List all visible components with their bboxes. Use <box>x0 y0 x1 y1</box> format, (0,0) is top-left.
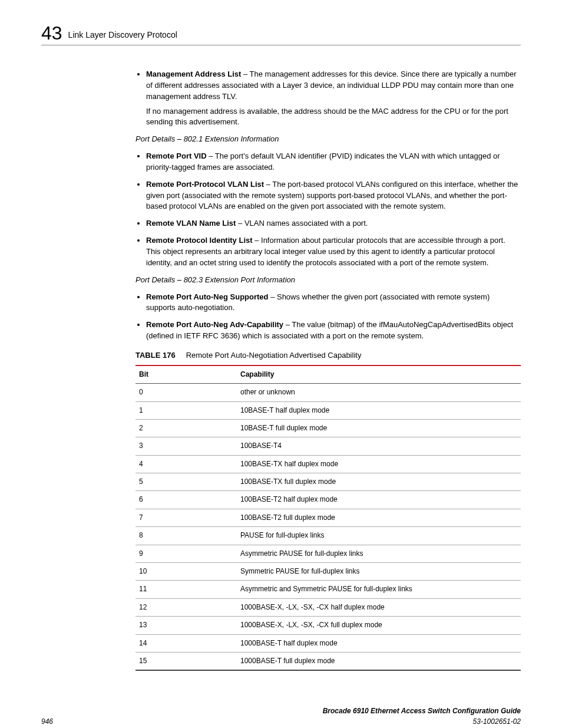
table-row: 11Asymmetric and Symmetric PAUSE for ful… <box>135 581 521 598</box>
label: Remote Port Auto-Neg Supported <box>146 292 269 301</box>
cell-capability: 1000BASE-T half duplex mode <box>237 634 521 652</box>
chapter-title: Link Layer Discovery Protocol <box>68 29 177 42</box>
table-row: 210BASE-T full duplex mode <box>135 419 521 437</box>
chapter-number: 43 <box>41 24 62 42</box>
cell-capability: PAUSE for full-duplex links <box>237 527 521 545</box>
cell-bit: 1 <box>135 401 237 419</box>
cell-capability: 100BASE-T2 full duplex mode <box>237 509 521 526</box>
doc-title: Brocade 6910 Ethernet Access Switch Conf… <box>323 706 521 716</box>
label: Remote Protocol Identity List <box>146 236 253 245</box>
table-row: 7100BASE-T2 full duplex mode <box>135 509 521 526</box>
label: Remote Port Auto-Neg Adv-Capability <box>146 320 283 329</box>
table-caption-text: Remote Port Auto-Negotiation Advertised … <box>186 351 362 360</box>
cell-bit: 4 <box>135 455 237 473</box>
label: Remote Port VID <box>146 151 207 160</box>
cell-bit: 13 <box>135 617 237 634</box>
cell-bit: 3 <box>135 437 237 455</box>
table-row: 110BASE-T half duplex mode <box>135 401 521 419</box>
cell-capability: Symmetric PAUSE for full-duplex links <box>237 563 521 581</box>
heading-8021: Port Details – 802.1 Extension Informati… <box>135 134 521 145</box>
cell-bit: 7 <box>135 509 237 526</box>
cell-bit: 12 <box>135 598 237 616</box>
table-row: 6100BASE-T2 half duplex mode <box>135 491 521 509</box>
cell-capability: 100BASE-T2 half duplex mode <box>237 491 521 509</box>
cell-bit: 10 <box>135 563 237 581</box>
table-row: 3100BASE-T4 <box>135 437 521 455</box>
item-remote-protocol-identity-list: Remote Protocol Identity List – Informat… <box>146 235 521 269</box>
table-row: 151000BASE-T full duplex mode <box>135 652 521 670</box>
item-remote-port-autoneg-adv-capability: Remote Port Auto-Neg Adv-Capability – Th… <box>146 319 521 342</box>
table-row: 141000BASE-T half duplex mode <box>135 634 521 652</box>
cell-bit: 0 <box>135 384 237 401</box>
item-remote-port-autoneg-supported: Remote Port Auto-Neg Supported – Shows w… <box>146 292 521 314</box>
item-remote-port-protocol-vlan-list: Remote Port-Protocol VLAN List – The por… <box>146 179 521 213</box>
cell-capability: 100BASE-TX full duplex mode <box>237 473 521 491</box>
cell-bit: 9 <box>135 545 237 562</box>
cell-bit: 11 <box>135 581 237 598</box>
cell-capability: Asymmetric and Symmetric PAUSE for full-… <box>237 581 521 598</box>
cell-capability: other or unknown <box>237 384 521 401</box>
label: Remote Port-Protocol VLAN List <box>146 180 264 189</box>
page-number: 946 <box>41 717 53 727</box>
label: Management Address List <box>146 70 241 78</box>
table-row: 5100BASE-TX full duplex mode <box>135 473 521 491</box>
cell-capability: 10BASE-T half duplex mode <box>237 401 521 419</box>
th-bit: Bit <box>135 365 237 384</box>
table-row: 10Symmetric PAUSE for full-duplex links <box>135 563 521 581</box>
item-remote-port-vid: Remote Port VID – The port's default VLA… <box>146 151 521 173</box>
cell-bit: 8 <box>135 527 237 545</box>
label: Remote VLAN Name List <box>146 219 236 228</box>
table-row: 4100BASE-TX half duplex mode <box>135 455 521 473</box>
cell-capability: 100BASE-TX half duplex mode <box>237 455 521 473</box>
cell-bit: 14 <box>135 634 237 652</box>
cell-capability: 1000BASE-X, -LX, -SX, -CX half duplex mo… <box>237 598 521 616</box>
cell-bit: 6 <box>135 491 237 509</box>
page-footer: 946 Brocade 6910 Ethernet Access Switch … <box>41 706 521 727</box>
item-management-address-list: Management Address List – The management… <box>146 69 521 128</box>
table-row: 8PAUSE for full-duplex links <box>135 527 521 545</box>
subtext: If no management address is available, t… <box>146 106 521 129</box>
th-capability: Capability <box>237 365 521 384</box>
cell-capability: 10BASE-T full duplex mode <box>237 419 521 437</box>
footer-right: Brocade 6910 Ethernet Access Switch Conf… <box>323 706 521 727</box>
table-row: 131000BASE-X, -LX, -SX, -CX full duplex … <box>135 617 521 634</box>
page-header: 43 Link Layer Discovery Protocol <box>41 24 521 45</box>
capability-table: Bit Capability 0other or unknown110BASE-… <box>135 365 521 671</box>
table-header-row: Bit Capability <box>135 365 521 384</box>
cell-capability: 100BASE-T4 <box>237 437 521 455</box>
main-content: Management Address List – The management… <box>135 69 521 671</box>
cell-capability: 1000BASE-T full duplex mode <box>237 652 521 670</box>
cell-capability: 1000BASE-X, -LX, -SX, -CX full duplex mo… <box>237 617 521 634</box>
cell-bit: 2 <box>135 419 237 437</box>
item-remote-vlan-name-list: Remote VLAN Name List – VLAN names assoc… <box>146 218 521 229</box>
heading-8023: Port Details – 802.3 Extension Port Info… <box>135 275 521 286</box>
table-row: 121000BASE-X, -LX, -SX, -CX half duplex … <box>135 598 521 616</box>
cell-bit: 15 <box>135 652 237 670</box>
doc-number: 53-1002651-02 <box>323 717 521 727</box>
text: – VLAN names associated with a port. <box>236 219 368 228</box>
cell-bit: 5 <box>135 473 237 491</box>
table-caption: TABLE 176Remote Port Auto-Negotiation Ad… <box>135 350 521 361</box>
table-caption-label: TABLE 176 <box>135 351 176 360</box>
cell-capability: Asymmetric PAUSE for full-duplex links <box>237 545 521 562</box>
table-row: 0other or unknown <box>135 384 521 401</box>
table-row: 9Asymmetric PAUSE for full-duplex links <box>135 545 521 562</box>
